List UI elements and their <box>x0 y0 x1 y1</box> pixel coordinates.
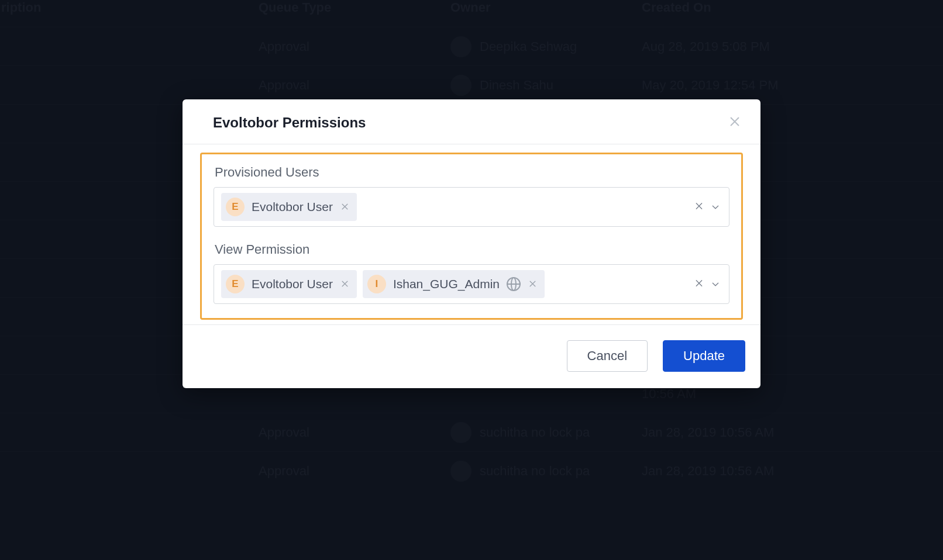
view-permission-select[interactable]: EEvoltobor UserIIshan_GUG_Admin <box>214 264 729 304</box>
view-permission-label: View Permission <box>215 242 729 257</box>
chip-label: Evoltobor User <box>252 200 333 214</box>
avatar: E <box>226 198 245 216</box>
user-chip: EEvoltobor User <box>221 270 357 298</box>
provisioned-users-label: Provisioned Users <box>215 165 729 180</box>
remove-chip-icon[interactable] <box>340 202 350 212</box>
chip-label: Evoltobor User <box>252 277 333 291</box>
chevron-down-icon[interactable] <box>711 280 720 288</box>
modal-overlay: Evoltobor Permissions Provisioned Users … <box>0 0 943 560</box>
chevron-down-icon[interactable] <box>711 203 720 211</box>
avatar: E <box>226 275 245 293</box>
avatar: I <box>367 275 386 293</box>
modal-footer: Cancel Update <box>183 324 760 388</box>
highlighted-section: Provisioned Users EEvoltobor User View P… <box>200 153 743 320</box>
globe-icon <box>507 277 521 291</box>
update-button[interactable]: Update <box>663 340 745 372</box>
user-chip: EEvoltobor User <box>221 193 357 221</box>
clear-icon[interactable] <box>695 201 703 213</box>
permissions-modal: Evoltobor Permissions Provisioned Users … <box>183 99 760 388</box>
modal-body: Provisioned Users EEvoltobor User View P… <box>183 144 760 324</box>
modal-title: Evoltobor Permissions <box>213 115 366 131</box>
provisioned-users-select[interactable]: EEvoltobor User <box>214 187 729 227</box>
close-icon[interactable] <box>727 115 743 131</box>
chip-label: Ishan_GUG_Admin <box>393 277 500 291</box>
remove-chip-icon[interactable] <box>528 279 538 289</box>
user-chip: IIshan_GUG_Admin <box>363 270 545 298</box>
select-actions <box>695 201 720 213</box>
select-actions <box>695 278 720 291</box>
remove-chip-icon[interactable] <box>340 279 350 289</box>
clear-icon[interactable] <box>695 278 703 291</box>
cancel-button[interactable]: Cancel <box>567 340 648 372</box>
modal-header: Evoltobor Permissions <box>183 99 760 144</box>
